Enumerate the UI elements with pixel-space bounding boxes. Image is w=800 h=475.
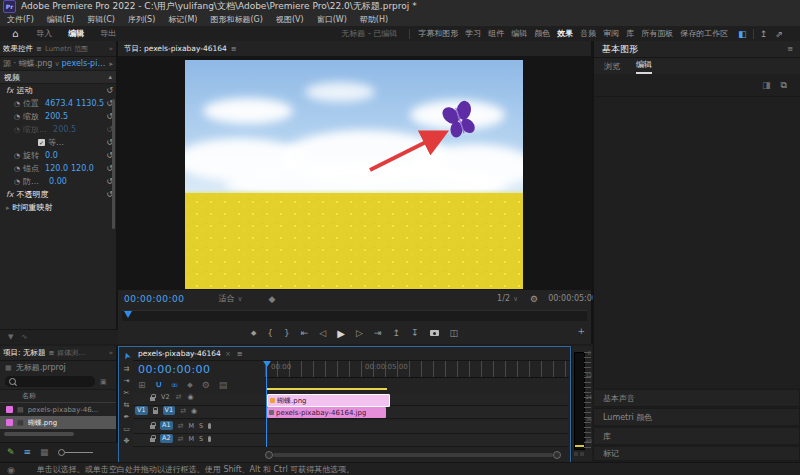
tab-essential-sound[interactable]: 基本声音 — [603, 393, 635, 404]
track-select-tool-icon[interactable]: ⇉ — [124, 365, 130, 373]
menu-help[interactable]: 帮助(H) — [360, 14, 388, 25]
track-v1-name[interactable]: V1 — [163, 406, 176, 415]
home-icon[interactable]: ⌂ — [12, 28, 18, 39]
lock-icon[interactable] — [150, 397, 155, 401]
sync-toggle-icon[interactable]: ⇄ — [178, 422, 184, 430]
hand-tool-icon[interactable]: ✥ — [124, 437, 130, 445]
fullscreen-icon[interactable]: ⇗ — [775, 29, 783, 39]
tab-edit[interactable]: 编辑 — [636, 59, 652, 74]
chevron-right-icon[interactable]: ▸ — [6, 204, 10, 212]
timeline-timecode[interactable]: 00:00:00:00 — [138, 363, 211, 376]
go-to-in-icon[interactable]: ⇤ — [301, 328, 309, 338]
tab-markers[interactable]: 标记 — [603, 448, 619, 459]
mute-button[interactable]: M — [188, 422, 194, 430]
nav-import[interactable]: 导入 — [36, 28, 52, 39]
timeline-zoom-scrollbar[interactable] — [265, 452, 561, 458]
scale-value[interactable]: 200.5 — [45, 112, 68, 121]
settings-wrench-icon[interactable]: ⚙ — [530, 294, 538, 304]
tab-lumetri-color[interactable]: Lumetri 颜色 — [603, 412, 652, 423]
panel-menu-icon[interactable]: ≡ — [36, 45, 42, 53]
track-output-eye-icon[interactable]: ◉ — [191, 407, 197, 415]
ec-video-section[interactable]: 视频 — [4, 72, 20, 83]
zoom-level-select[interactable]: 适合 — [218, 293, 234, 304]
track-a2-name[interactable]: A2 — [160, 434, 173, 443]
timeline-ruler[interactable]: 00:00 00:00:05:00 — [265, 361, 569, 378]
stopwatch-icon[interactable]: ◔ — [14, 100, 20, 108]
comparison-view-icon[interactable]: ◫ — [450, 328, 459, 338]
keyframe-wave-icon[interactable]: ∿ — [21, 333, 27, 341]
mark-in-icon[interactable]: { — [267, 328, 273, 338]
project-file-name[interactable]: 无标题.prproj — [16, 362, 66, 373]
timeline-playhead-head[interactable] — [263, 361, 271, 367]
timeline-playhead-line[interactable] — [266, 361, 267, 447]
chevron-down-icon[interactable]: ∨ — [513, 295, 518, 303]
workspace-editing[interactable]: 编辑 — [511, 28, 527, 39]
more-panels-icon[interactable]: » — [109, 45, 113, 53]
clip-butterfly[interactable]: 蝴蝶.png — [267, 394, 390, 407]
track-a1-name[interactable]: A1 — [160, 421, 173, 430]
menu-edit[interactable]: 编辑(E) — [47, 14, 74, 25]
clip-background-image[interactable]: pexels-pixabay-46164.jpg — [267, 407, 386, 418]
workspace-effects-active[interactable]: 效果 — [557, 28, 573, 39]
nav-export[interactable]: 导出 — [100, 28, 116, 39]
workspace-color[interactable]: 颜色 — [534, 28, 550, 39]
workspace-saved[interactable]: 保存的工作区 — [680, 28, 728, 39]
icon-view-icon[interactable]: ▦ — [40, 447, 49, 457]
project-item-row-selected[interactable]: ▤ 蝴蝶.png — [0, 416, 116, 429]
lock-icon[interactable] — [150, 425, 155, 429]
chevron-down-icon[interactable]: ∨ — [54, 60, 59, 68]
add-marker-icon[interactable]: ◆ — [187, 381, 192, 389]
rectangle-tool-icon[interactable]: ▭ — [123, 425, 130, 433]
panel-menu-icon[interactable]: ≡ — [48, 349, 54, 357]
go-to-out-icon[interactable]: ⇥ — [374, 328, 382, 338]
close-icon[interactable]: × — [225, 350, 231, 358]
stopwatch-icon[interactable]: ◔ — [14, 178, 20, 186]
play-icon[interactable]: ▶ — [337, 328, 345, 339]
snap-icon[interactable]: ∩ — [155, 380, 162, 390]
workspace-audio[interactable]: 音频 — [580, 28, 596, 39]
filter-icon[interactable]: ▼ — [8, 333, 13, 341]
solo-left-button[interactable] — [574, 452, 578, 456]
marker-icon[interactable]: ◆ — [269, 294, 276, 304]
ripple-edit-tool-icon[interactable]: ⇥ — [124, 377, 130, 385]
tab-browse[interactable]: 浏览 — [604, 61, 620, 72]
essential-graphics-title[interactable]: 基本图形 — [602, 43, 638, 56]
workspace-libraries[interactable]: 库 — [626, 28, 634, 39]
ec-source-sequence[interactable]: pexels-pixa... — [62, 59, 106, 68]
workspace-learning[interactable]: 学习 — [465, 28, 481, 39]
lock-icon[interactable] — [153, 410, 158, 414]
folder-icon[interactable]: ▣ — [100, 378, 107, 386]
workspace-captions-graphics[interactable]: 字幕和图形 — [418, 28, 458, 39]
chevron-down-icon[interactable]: ∨ — [237, 295, 242, 303]
collapse-icon[interactable]: ▴ — [108, 73, 112, 81]
stopwatch-icon[interactable]: ◔ — [14, 165, 20, 173]
position-y-value[interactable]: 1130.5 — [76, 99, 104, 108]
stopwatch-icon[interactable]: ◔ — [14, 113, 20, 121]
rotation-value[interactable]: 0.0 — [45, 151, 58, 160]
timeline-settings-icon[interactable]: ⚙ — [202, 380, 210, 390]
voiceover-mic-icon[interactable] — [208, 436, 211, 442]
search-input[interactable] — [5, 376, 95, 387]
source-patch-v1[interactable]: V1 — [135, 406, 148, 415]
tab-project[interactable]: 项目: 无标题 — [3, 348, 45, 358]
project-item-row[interactable]: ▤ pexels-pixabay-46... — [0, 403, 116, 416]
anchor-y-value[interactable]: 120.0 — [71, 164, 94, 173]
tab-effect-controls[interactable]: 效果控件 — [3, 44, 33, 54]
program-playhead[interactable] — [124, 311, 132, 318]
tab-libraries[interactable]: 库 — [603, 431, 611, 442]
solo-button[interactable]: S — [199, 422, 203, 430]
quick-export-icon[interactable]: ↥ — [760, 29, 768, 39]
voiceover-mic-icon[interactable] — [208, 423, 211, 429]
new-layer-icon[interactable]: ⧉ — [781, 80, 787, 91]
chevron-right-icon[interactable]: ▸ — [109, 60, 113, 68]
pen-tool-icon[interactable]: ✒ — [124, 413, 130, 421]
add-marker-icon[interactable]: ◆ — [251, 329, 256, 337]
writable-pen-icon[interactable]: ✎ — [7, 447, 15, 457]
program-scrub-bar[interactable] — [122, 310, 587, 321]
display-settings-icon[interactable]: ▤ — [219, 380, 228, 390]
slip-tool-icon[interactable]: ⇆ — [124, 401, 130, 409]
grid-icon[interactable]: ◨ — [762, 80, 771, 90]
anchor-x-value[interactable]: 120.0 — [45, 164, 68, 173]
sync-toggle-icon[interactable]: ⇄ — [180, 407, 186, 415]
sync-toggle-icon[interactable]: ⇄ — [178, 435, 184, 443]
